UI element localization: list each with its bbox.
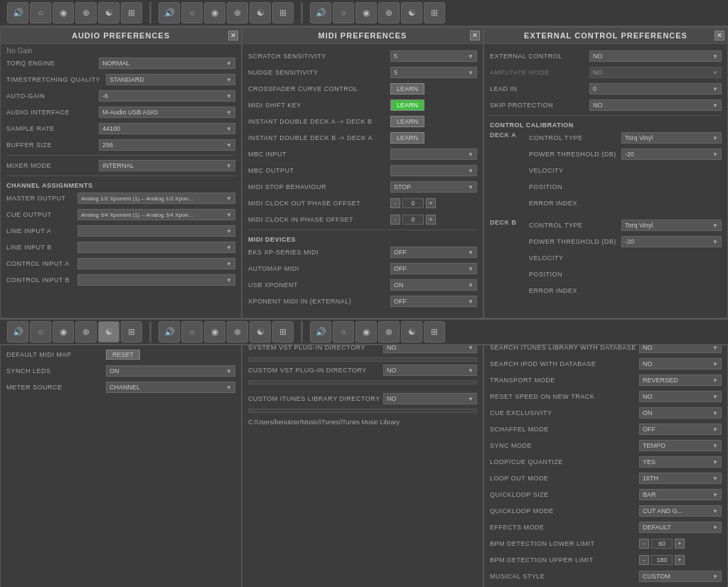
eks-select[interactable]: OFF ▼	[390, 247, 477, 258]
mixer-mode-select[interactable]: INTERNAL ▼	[99, 160, 235, 171]
skip-protection-select[interactable]: NO ▼	[589, 99, 722, 111]
midi-clock-out-plus[interactable]: +	[426, 198, 436, 208]
auto-gain-select[interactable]: -6 ▼	[99, 90, 235, 102]
tb-dot3[interactable]: ◉	[355, 2, 377, 23]
tb-speaker2[interactable]: 🔊	[159, 2, 180, 23]
instant-double-b-btn[interactable]: LEARN	[390, 132, 424, 144]
external-panel-title: EXTERNAL CONTROL PREFERENCES	[524, 31, 687, 40]
loop-cue-quantize-select[interactable]: YES ▼	[639, 456, 722, 468]
default-midi-map-reset-btn[interactable]: RESET	[106, 350, 140, 360]
audio-interface-select[interactable]: M-Audio USB ASIO ▼	[99, 107, 235, 118]
deck-a-control-type-select[interactable]: Torq Vinyl ▼	[621, 132, 722, 144]
bt-dot2[interactable]: ◉	[204, 321, 225, 343]
custom-itunes-select[interactable]: NO ▼	[383, 393, 477, 404]
sync-mode-select[interactable]: TEMPO ▼	[639, 440, 722, 451]
nudge-sensitivity-select[interactable]: 5 ▼	[390, 67, 477, 78]
bt-circle1[interactable]: ○	[30, 321, 51, 343]
line-input-a-select[interactable]: ▼	[77, 225, 235, 237]
instant-double-a-btn[interactable]: LEARN	[390, 116, 424, 127]
sample-rate-select[interactable]: 44100 ▼	[99, 123, 235, 134]
tb-yin3[interactable]: ☯	[401, 2, 422, 23]
amputate-mode-select[interactable]: NO ▼	[589, 67, 722, 78]
transport-mode-select[interactable]: REVERSED ▼	[639, 375, 722, 386]
bt-dot1[interactable]: ◉	[53, 321, 74, 343]
tb-yin2[interactable]: ☯	[250, 2, 271, 23]
tb-dot1[interactable]: ◉	[53, 2, 74, 23]
midi-clock-in-minus[interactable]: -	[390, 215, 400, 225]
midi-clock-out-minus[interactable]: -	[390, 198, 400, 208]
plugin-preferences-panel: PLUG-IN PREFERENCES ✕ SYSTEM VST PLUG-IN…	[242, 318, 483, 587]
crossfader-learn-btn[interactable]: LEARN	[390, 83, 424, 95]
bt-yin2[interactable]: ☯	[250, 321, 271, 343]
cue-output-select[interactable]: Analog 3/4 Xponent (1) -- Analog 3/4 Xpo…	[77, 209, 235, 220]
tb-circle3[interactable]: ○	[333, 2, 354, 23]
tb-cross3[interactable]: ⊕	[378, 2, 400, 23]
bt-speaker3[interactable]: 🔊	[310, 321, 331, 343]
reset-speed-select[interactable]: NO ▼	[639, 391, 722, 402]
musical-style-select[interactable]: CUSTOM ▼	[639, 571, 722, 582]
loop-out-mode-select[interactable]: 16TH ▼	[639, 473, 722, 484]
buffer-size-select[interactable]: 256 ▼	[99, 139, 235, 151]
tb-cross1[interactable]: ⊕	[75, 2, 97, 23]
midi-clock-in-plus[interactable]: +	[426, 215, 436, 225]
tb-grid2[interactable]: ⊞	[272, 2, 294, 23]
master-output-select[interactable]: Analog 1/2 Xponent (1) -- Analog 1/2 Xpo…	[77, 193, 235, 204]
schaffel-mode-select[interactable]: OFF ▼	[639, 424, 722, 435]
tb-grid1[interactable]: ⊞	[121, 2, 142, 23]
tb-speaker3[interactable]: 🔊	[310, 2, 331, 23]
bt-speaker1[interactable]: 🔊	[7, 321, 28, 343]
timestretching-select[interactable]: STANDARD ▼	[106, 74, 235, 85]
cue-exclusivity-select[interactable]: ON ▼	[639, 407, 722, 419]
automap-select[interactable]: OFF ▼	[390, 263, 477, 274]
midi-panel-close[interactable]: ✕	[470, 31, 480, 41]
midi-stop-select[interactable]: STOP ▼	[390, 181, 477, 193]
bpm-upper-minus[interactable]: -	[639, 555, 649, 565]
bt-cross3[interactable]: ⊕	[378, 321, 400, 343]
quickloop-size-select[interactable]: BAR ▼	[639, 489, 722, 500]
tb-dot2[interactable]: ◉	[204, 2, 225, 23]
effects-mode-select[interactable]: DEFAULT ▼	[639, 522, 722, 533]
bt-yin1[interactable]: ☯	[98, 321, 119, 343]
deck-a-power-threshold-select[interactable]: -20 ▼	[621, 149, 722, 160]
deck-b-control-type-select[interactable]: Torq Vinyl ▼	[621, 220, 722, 231]
bt-grid1[interactable]: ⊞	[121, 321, 142, 343]
bt-dot3[interactable]: ◉	[355, 321, 377, 343]
tb-circle1[interactable]: ○	[30, 2, 51, 23]
tb-yin1[interactable]: ☯	[98, 2, 119, 23]
line-input-b-select[interactable]: ▼	[77, 242, 235, 253]
synch-leds-select[interactable]: ON ▼	[106, 365, 235, 377]
control-input-a-select[interactable]: ▼	[77, 258, 235, 269]
xponent-midi-in-select[interactable]: OFF ▼	[390, 296, 477, 307]
usb-xponent-select[interactable]: ON ▼	[390, 279, 477, 291]
search-ipod-select[interactable]: NO ▼	[639, 358, 722, 370]
bpm-lower-plus[interactable]: +	[675, 539, 685, 549]
scratch-sensitivity-select[interactable]: 5 ▼	[390, 50, 477, 62]
bt-cross2[interactable]: ⊕	[227, 321, 248, 343]
bt-grid2[interactable]: ⊞	[272, 321, 294, 343]
quickloop-mode-select[interactable]: CUT AND G... ▼	[639, 505, 722, 517]
bt-circle3[interactable]: ○	[333, 321, 354, 343]
mbc-input-select[interactable]: ▼	[390, 149, 477, 160]
tb-grid3[interactable]: ⊞	[424, 2, 445, 23]
bt-yin3[interactable]: ☯	[401, 321, 422, 343]
external-control-select[interactable]: NO ▼	[589, 50, 722, 62]
deck-b-power-threshold-select[interactable]: -20 ▼	[621, 236, 722, 247]
external-panel-close[interactable]: ✕	[714, 31, 724, 41]
bt-speaker2[interactable]: 🔊	[159, 321, 180, 343]
torq-engine-select[interactable]: NORMAL ▼	[99, 58, 235, 69]
tb-circle2[interactable]: ○	[181, 2, 203, 23]
bt-cross1[interactable]: ⊕	[75, 321, 97, 343]
lead-in-select[interactable]: 0 ▼	[589, 83, 722, 95]
tb-cross2[interactable]: ⊕	[227, 2, 248, 23]
mbc-output-select[interactable]: ▼	[390, 165, 477, 176]
custom-vst-select[interactable]: NO ▼	[383, 365, 477, 376]
midi-shift-learn-btn[interactable]: LEARN	[390, 99, 424, 111]
bt-grid3[interactable]: ⊞	[424, 321, 445, 343]
tb-speaker[interactable]: 🔊	[7, 2, 28, 23]
meter-source-select[interactable]: CHANNEL ▼	[106, 382, 235, 393]
bpm-lower-minus[interactable]: -	[639, 539, 649, 549]
bpm-upper-plus[interactable]: +	[675, 555, 685, 565]
audio-panel-close[interactable]: ✕	[228, 31, 238, 41]
bt-circle2[interactable]: ○	[181, 321, 203, 343]
control-input-b-select[interactable]: ▼	[77, 274, 235, 286]
